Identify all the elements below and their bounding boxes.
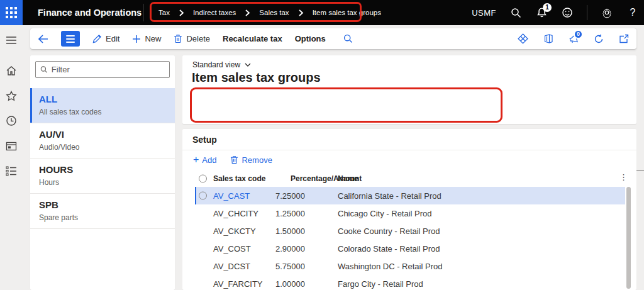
filter-search-icon <box>40 65 48 74</box>
table-row[interactable]: AV_COST 2.90000 Colorado State - Retail … <box>195 240 625 257</box>
trash-icon <box>174 34 182 43</box>
recalculate-tax-button[interactable]: Recalculate tax <box>223 34 282 43</box>
search-icon <box>343 34 353 43</box>
pencil-icon <box>92 34 102 43</box>
cell-sales-tax-code: AV_CAST <box>213 191 250 201</box>
list-item-auvi[interactable]: AU/VI Audio/Video <box>30 123 175 159</box>
list-item-all[interactable]: ALL All sales tax codes <box>30 88 175 123</box>
nav-recent-button[interactable] <box>4 113 19 128</box>
filter-input[interactable] <box>52 65 165 74</box>
diamond-grid-icon <box>518 33 528 44</box>
detail-header-card: Standard view Item sales tax groups Item… <box>182 55 636 124</box>
search-button[interactable] <box>509 6 522 19</box>
notifications-button[interactable]: 1 <box>535 6 548 19</box>
message-center-button[interactable]: 0 <box>569 33 579 44</box>
table-row[interactable]: AV_CKCTY 1.50000 Cooke Country - Retail … <box>195 222 625 240</box>
setup-grid: Sales tax code Percentage/Amount Name AV… <box>195 170 625 290</box>
actionbar-search-button[interactable] <box>343 34 353 43</box>
options-button[interactable]: Options <box>295 34 326 43</box>
table-row[interactable]: AV_FARCITY 1.00000 Fargo City - Retail P… <box>195 275 625 290</box>
row-select-radio[interactable] <box>199 192 207 200</box>
help-button[interactable]: ? <box>626 6 639 19</box>
column-header-name[interactable]: Name <box>338 174 358 183</box>
topbar-actions: USMF 1 ? <box>472 0 639 25</box>
list-item-hours[interactable]: HOURS Hours <box>30 159 175 194</box>
delete-button[interactable]: Delete <box>174 34 210 43</box>
select-all-radio[interactable] <box>199 175 207 183</box>
setup-section: Setup + Add Remove ⋮ Sales tax code Perc… <box>182 129 636 290</box>
list-view-toggle-button[interactable] <box>61 31 80 47</box>
cell-percentage: 7.25000 <box>275 191 305 201</box>
page-title: Item sales tax groups <box>192 70 321 85</box>
app-title[interactable]: Finance and Operations <box>38 0 142 25</box>
plus-icon: + <box>193 155 199 165</box>
chevron-right-icon <box>245 9 250 16</box>
cell-sales-tax-code: AV_CHCITY <box>213 209 258 218</box>
open-in-new-window-button[interactable] <box>619 34 629 43</box>
nav-modules-button[interactable] <box>4 164 19 179</box>
settings-button[interactable] <box>601 6 613 19</box>
back-button[interactable] <box>38 35 48 43</box>
nav-menu-toggle[interactable] <box>4 33 19 48</box>
cell-name: California State - Retail Prod <box>338 191 441 201</box>
cell-percentage: 1.00000 <box>275 279 305 289</box>
trash-icon <box>230 155 238 164</box>
table-row[interactable]: AV_DCST 5.75000 Washington DC - Retail P… <box>195 257 625 275</box>
topbar-divider <box>143 4 144 21</box>
breadcrumb: Tax Indirect taxes Sales tax Item sales … <box>158 0 381 25</box>
refresh-icon <box>594 34 604 44</box>
notification-count-badge: 1 <box>543 3 552 12</box>
cell-name: Fargo City - Retail Prod <box>338 279 423 289</box>
chevron-down-icon <box>245 63 251 67</box>
message-count-badge: 0 <box>574 30 583 39</box>
plus-icon <box>132 35 141 43</box>
top-navbar: Finance and Operations Tax Indirect taxe… <box>0 0 644 25</box>
add-button[interactable]: + Add <box>193 155 216 165</box>
action-pane: Edit New Delete Recalculate tax Options <box>30 28 636 49</box>
feedback-button[interactable] <box>561 6 574 19</box>
table-row[interactable]: AV_CAST 7.25000 California State - Retai… <box>195 187 625 204</box>
nav-favorites-button[interactable] <box>4 88 19 103</box>
refresh-button[interactable] <box>594 34 604 44</box>
cell-percentage: 5.75000 <box>275 262 305 271</box>
cell-name: Colorado State - Retail Prod <box>338 244 440 254</box>
section-divider <box>182 150 636 150</box>
grid-toolbar: + Add Remove <box>193 155 272 165</box>
breadcrumb-item-item-sales-tax-groups[interactable]: Item sales tax groups <box>313 9 381 16</box>
cell-name: Chicago City - Retail Prod <box>338 209 432 218</box>
setup-section-title: Setup <box>192 135 217 145</box>
app-window: Finance and Operations Tax Indirect taxe… <box>0 0 644 290</box>
nav-home-button[interactable] <box>4 63 19 78</box>
edit-button[interactable]: Edit <box>92 34 119 43</box>
record-list: ALL All sales tax codes AU/VI Audio/Vide… <box>30 88 175 229</box>
company-picker[interactable]: USMF <box>472 8 496 18</box>
nav-workspaces-button[interactable] <box>4 138 19 153</box>
list-icon <box>66 35 75 36</box>
column-header-sales-tax-code[interactable]: Sales tax code <box>213 174 265 183</box>
cell-sales-tax-code: AV_COST <box>213 244 251 254</box>
cell-name: Washington DC - Retail Prod <box>338 262 442 271</box>
chevron-right-icon <box>298 9 304 16</box>
new-button[interactable]: New <box>132 34 161 43</box>
search-icon <box>511 8 521 18</box>
breadcrumb-item-tax[interactable]: Tax <box>158 9 170 16</box>
table-row[interactable]: AV_CHCITY 1.25000 Chicago City - Retail … <box>195 204 625 222</box>
list-item-spb[interactable]: SPB Spare parts <box>30 194 175 229</box>
view-selector[interactable]: Standard view <box>192 60 251 69</box>
smiley-icon <box>562 7 573 18</box>
grid-scrollbar[interactable] <box>626 187 631 289</box>
app-launcher-button[interactable] <box>0 0 23 25</box>
back-arrow-icon <box>38 35 48 43</box>
remove-button[interactable]: Remove <box>230 155 272 165</box>
cell-sales-tax-code: AV_FARCITY <box>213 279 263 289</box>
workspace-window-icon <box>6 142 17 151</box>
grid-header-row: Sales tax code Percentage/Amount Name <box>195 170 625 187</box>
clock-icon <box>6 115 17 126</box>
waffle-icon <box>6 7 17 18</box>
task-recorder-button[interactable] <box>518 33 528 44</box>
breadcrumb-item-indirect-taxes[interactable]: Indirect taxes <box>193 9 236 16</box>
cell-sales-tax-code: AV_DCST <box>213 262 250 271</box>
hamburger-icon <box>6 36 17 45</box>
breadcrumb-item-sales-tax[interactable]: Sales tax <box>259 9 289 16</box>
office-apps-button[interactable] <box>543 33 553 44</box>
